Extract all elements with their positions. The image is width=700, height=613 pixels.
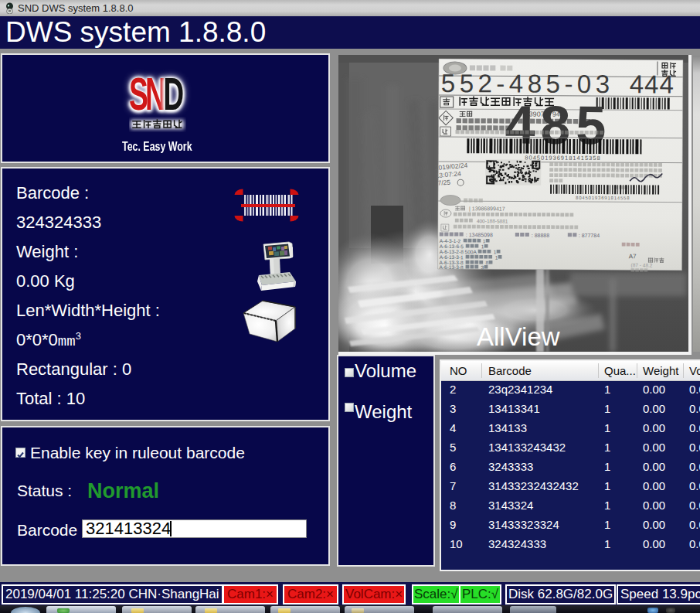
svg-text:: 13485098: : 13485098 (466, 232, 493, 237)
svg-text:A7: A7 (629, 253, 637, 260)
svg-text:AllView: AllView (477, 322, 560, 351)
svg-text:80450193691814558: 80450193691814558 (576, 196, 630, 200)
svg-text:400-188-5881: 400-188-5881 (477, 218, 508, 223)
svg-text:(87 - 48.2: (87 - 48.2 (631, 262, 653, 268)
svg-text:444: 444 (630, 70, 675, 98)
svg-text:1: 1 (483, 238, 486, 243)
svg-text:| 13986899417: | 13986899417 (469, 206, 505, 212)
svg-text:1: 1 (495, 254, 498, 260)
svg-text:: 877784: : 877784 (579, 233, 600, 238)
svg-text:: 88888: : 88888 (532, 233, 549, 238)
svg-text:7/25: 7/25 (437, 178, 451, 186)
svg-text:1: 1 (494, 249, 497, 254)
svg-text:552-485-03: 552-485-03 (441, 69, 614, 98)
svg-text:1: 1 (481, 243, 484, 249)
svg-text:8: 8 (486, 260, 489, 265)
